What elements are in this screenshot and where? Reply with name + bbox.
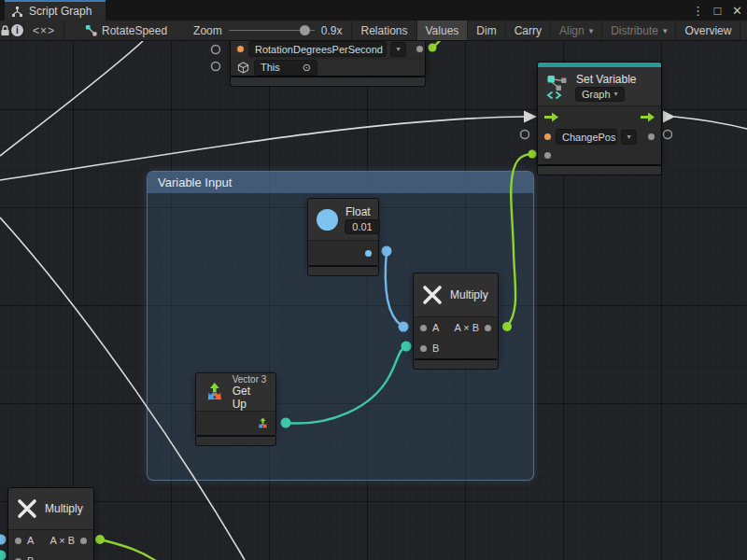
lock-button[interactable] bbox=[0, 21, 11, 40]
variable-port[interactable] bbox=[237, 46, 244, 52]
variable-port[interactable] bbox=[544, 133, 551, 140]
wire-green-bottom-multiply bbox=[100, 539, 156, 560]
graph-hierarchy-icon bbox=[11, 6, 23, 18]
node-float-literal[interactable]: Float 0.01 bbox=[308, 199, 378, 275]
inspect-button[interactable]: i bbox=[11, 21, 24, 40]
overview-button[interactable]: Overview bbox=[676, 21, 740, 40]
target-field[interactable]: This ⊙ bbox=[255, 61, 317, 75]
node-title: Float bbox=[345, 205, 379, 218]
value-out-port[interactable] bbox=[648, 133, 655, 140]
node-footer bbox=[308, 267, 378, 275]
tab-script-graph[interactable]: Script Graph bbox=[5, 0, 106, 21]
more-menu-icon[interactable]: ⋮ bbox=[690, 4, 706, 18]
chevron-down-icon: ▾ bbox=[589, 26, 594, 35]
graph-toolbar: i <×> RotateSpeed Zoom 0.9x Relations Va… bbox=[0, 21, 747, 41]
script-graph-window: Script Graph ⋮ □ ✕ i <×> RotateSpeed bbox=[0, 0, 747, 560]
set-variable-icon bbox=[546, 74, 569, 100]
node-vector3-get-up[interactable]: Vector 3 Get Up bbox=[196, 373, 275, 445]
multiply-icon bbox=[17, 498, 37, 519]
chevron-down-icon[interactable]: ▾ bbox=[622, 131, 636, 144]
close-icon[interactable]: ✕ bbox=[729, 4, 745, 18]
maximize-icon[interactable]: □ bbox=[710, 4, 726, 18]
flow-in-port[interactable] bbox=[544, 112, 558, 122]
node-footer bbox=[538, 166, 661, 175]
float-type-icon bbox=[317, 209, 338, 231]
zoom-slider-handle[interactable] bbox=[300, 25, 310, 35]
wire-end-green[interactable] bbox=[95, 535, 105, 544]
zoom-control: Zoom 0.9x bbox=[175, 21, 352, 40]
tab-title: Script Graph bbox=[29, 5, 92, 18]
node-title: Set Variable bbox=[576, 73, 636, 86]
port-ring[interactable] bbox=[521, 131, 529, 139]
chevron-down-icon[interactable]: ▾ bbox=[391, 43, 405, 56]
node-footer bbox=[414, 360, 498, 369]
chevron-down-icon: ▾ bbox=[614, 90, 618, 98]
group-title: Variable Input bbox=[158, 175, 232, 189]
node-type: Vector 3 bbox=[233, 374, 267, 385]
flow-arrowhead-in[interactable] bbox=[524, 111, 537, 123]
node-footer bbox=[231, 77, 425, 86]
variable-dropdown[interactable]: RotationDegreesPerSecond bbox=[249, 42, 386, 56]
wire-white-out-setvariable bbox=[674, 117, 747, 129]
tab-bar: Script Graph ⋮ □ ✕ bbox=[0, 0, 747, 21]
wire-end-teal[interactable] bbox=[0, 551, 7, 560]
wire-green-getvariable-stub bbox=[432, 41, 442, 48]
port-ring[interactable] bbox=[212, 46, 220, 54]
vector3-out-port[interactable] bbox=[257, 417, 269, 429]
port-ring[interactable] bbox=[212, 63, 220, 71]
port-ring[interactable] bbox=[664, 131, 672, 139]
value-in-port[interactable] bbox=[544, 152, 551, 159]
node-footer bbox=[196, 437, 275, 445]
zoom-slider[interactable] bbox=[229, 30, 315, 31]
carry-button[interactable]: Carry bbox=[506, 21, 551, 40]
value-out-port[interactable] bbox=[365, 250, 372, 257]
chevron-down-icon: ▾ bbox=[663, 26, 668, 35]
node-multiply-bottom[interactable]: Multiply A A × B B bbox=[8, 488, 93, 560]
node-multiply[interactable]: Multiply A A × B B bbox=[414, 273, 498, 369]
vector3-axes-icon bbox=[204, 382, 225, 402]
node-title: Get Up bbox=[233, 385, 267, 411]
node-title: Multiply bbox=[45, 502, 83, 515]
node-title: Multiply bbox=[450, 288, 488, 301]
info-icon: i bbox=[11, 24, 23, 36]
fullscreen-button[interactable]: Full Screen bbox=[740, 21, 747, 40]
graph-name: RotateSpeed bbox=[102, 24, 167, 37]
multiply-icon bbox=[422, 285, 443, 305]
zoom-label: Zoom bbox=[193, 24, 222, 37]
value-out-port[interactable] bbox=[416, 46, 423, 52]
wire-end-green[interactable] bbox=[529, 150, 537, 159]
wire-white-topleft bbox=[0, 41, 143, 156]
variable-dropdown[interactable]: ChangePos bbox=[557, 130, 616, 144]
node-get-variable[interactable]: RotationDegreesPerSecond ▾ This ⊙ bbox=[231, 41, 425, 86]
input-a-port[interactable] bbox=[420, 325, 427, 331]
code-preview-button[interactable]: <×> bbox=[24, 21, 64, 40]
graph-breadcrumb[interactable]: RotateSpeed bbox=[64, 21, 175, 40]
graph-canvas[interactable]: Variable Input bbox=[0, 41, 747, 560]
node-set-variable[interactable]: Set Variable Graph ▾ bbox=[538, 63, 661, 175]
wire-end-green[interactable] bbox=[429, 44, 437, 52]
values-button[interactable]: Values bbox=[417, 21, 469, 40]
relations-button[interactable]: Relations bbox=[352, 21, 416, 40]
gameobject-cube-icon bbox=[237, 62, 249, 74]
group-header[interactable]: Variable Input bbox=[148, 172, 533, 193]
zoom-value: 0.9x bbox=[321, 24, 343, 37]
result-port[interactable] bbox=[80, 538, 87, 544]
wire-end-blue[interactable] bbox=[0, 535, 7, 545]
script-graph-asset-icon bbox=[85, 24, 97, 36]
scope-dropdown[interactable]: Graph ▾ bbox=[576, 88, 624, 101]
input-b-port[interactable] bbox=[420, 345, 427, 352]
input-a-port[interactable] bbox=[15, 538, 21, 544]
object-picker-icon[interactable]: ⊙ bbox=[303, 62, 311, 74]
align-button[interactable]: Align ▾ bbox=[551, 21, 602, 40]
float-value-input[interactable]: 0.01 bbox=[345, 220, 379, 233]
flow-out-port[interactable] bbox=[641, 112, 655, 122]
dim-button[interactable]: Dim bbox=[468, 21, 505, 40]
lock-icon bbox=[0, 24, 10, 36]
result-port[interactable] bbox=[485, 325, 491, 331]
distribute-button[interactable]: Distribute ▾ bbox=[602, 21, 676, 40]
flow-arrowhead-out[interactable] bbox=[663, 111, 675, 123]
